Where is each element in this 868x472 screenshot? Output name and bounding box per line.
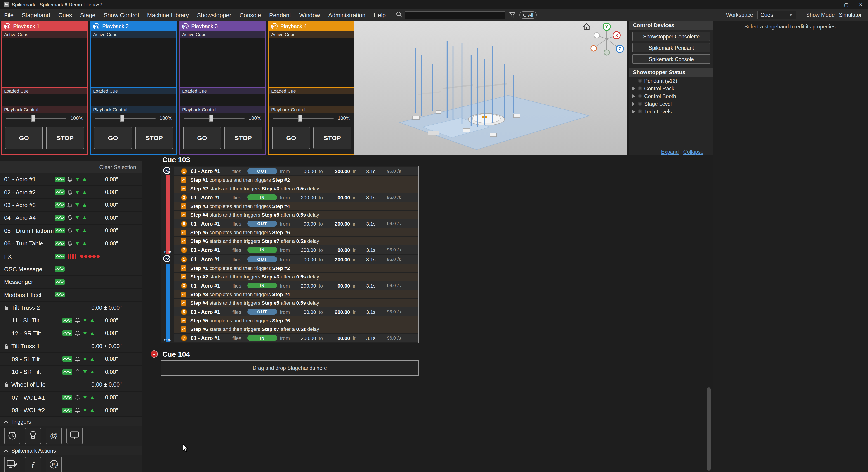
target-up-icon[interactable] [82,242,87,246]
target-down-icon[interactable] [75,203,80,207]
home-view-icon[interactable] [583,24,590,29]
console-action-button[interactable] [4,457,20,472]
cue-title[interactable]: Cue 103 [162,156,190,164]
showstopper-trigger-button[interactable] [25,428,41,444]
cue-step-row[interactable]: 701 - Acro #1fliesINfrom200.00to00.00in3… [174,246,418,254]
target-down-icon[interactable] [83,332,87,336]
bell-icon[interactable] [67,241,72,246]
stagehand-row-modbus-effect[interactable]: Modbus Effect [0,289,143,302]
stop-button[interactable]: STOP [313,127,351,149]
to-value[interactable]: 00.00 [323,195,350,200]
active-cues-list[interactable] [91,37,176,87]
target-down-icon[interactable] [75,242,80,246]
stagehand-row-tilt-truss-1[interactable]: Tilt Truss 10.00 ± 0.00" [0,340,143,353]
speed-slider-thumb[interactable] [31,115,35,121]
menu-help[interactable]: Help [370,9,390,21]
target-down-icon[interactable] [83,396,87,400]
target-down-icon[interactable] [75,177,80,181]
bell-icon[interactable] [75,407,80,413]
stagehand-row-03-acro-3[interactable]: 03 - Acro #30.00" [0,199,143,212]
waveform-icon[interactable] [55,177,65,182]
speed-slider[interactable] [95,117,156,119]
stop-button[interactable]: STOP [46,127,84,149]
cue-step-row[interactable]: 101 - Acro #1fliesOUTfrom00.00to200.00in… [174,167,418,176]
time-value[interactable]: 3.1s [358,168,376,174]
fx-dots-icon[interactable] [80,254,100,259]
waveform-icon[interactable] [62,408,72,413]
machine-trigger-button[interactable] [66,428,83,444]
cue-link-row[interactable]: Step #4 starts and then triggers Step #5… [174,211,418,219]
speed-slider[interactable] [184,117,245,119]
target-up-icon[interactable] [90,357,94,361]
speed-slider[interactable] [6,117,66,119]
from-value[interactable]: 00.00 [290,221,316,226]
target-up-icon[interactable] [90,396,94,400]
search-input[interactable] [405,11,505,19]
loaded-cue-slot[interactable] [269,94,354,106]
loaded-cue-slot[interactable] [91,94,176,106]
from-value[interactable]: 200.00 [290,283,316,288]
spikemark-pendant-button[interactable]: Spikemark Pendant [632,43,710,53]
clear-selection-button[interactable]: Clear Selection [99,164,136,170]
spikemark-console-button[interactable]: Spikemark Console [632,54,710,64]
cue-title[interactable]: Cue 104 [162,350,190,358]
network-trigger-button[interactable]: @ [46,428,62,444]
waveform-icon[interactable] [55,279,65,285]
waveform-icon[interactable] [55,189,65,195]
show-mode-value[interactable]: Simulator [839,12,862,18]
status-item-pendant-12[interactable]: Pendant (#12) [629,77,713,85]
cue-warning-icon[interactable]: ▲ [151,350,158,357]
target-down-icon[interactable] [75,216,80,220]
playback-action-button[interactable]: P2 [46,457,62,472]
from-value[interactable]: 200.00 [290,335,316,341]
stagehand-row-07-wol-1[interactable]: 07 - WOL #10.00" [0,391,143,404]
filter-all-toggle[interactable]: All [520,11,537,19]
stagehand-row-10-sr-tilt[interactable]: 10 - SR Tilt0.00" [0,366,143,379]
cue-link-row[interactable]: Step #3 completes and then triggers Step… [174,202,418,210]
target-up-icon[interactable] [90,332,94,336]
from-value[interactable]: 200.00 [290,247,316,252]
gizmo-neg-z-axis[interactable] [591,46,596,51]
waveform-icon[interactable] [62,369,72,375]
cue-link-row[interactable]: Step #2 starts and then triggers Step #3… [174,185,418,193]
waveform-icon[interactable] [55,254,65,259]
waveform-icon[interactable] [55,228,65,233]
from-value[interactable]: 00.00 [290,309,316,314]
target-down-icon[interactable] [83,370,87,374]
waveform-icon[interactable] [55,202,65,208]
bell-icon[interactable] [67,189,72,195]
playback-header[interactable]: P2 Playback 2 [91,22,176,31]
waveform-icon[interactable] [55,292,65,297]
stagehand-row-wheel-of-life[interactable]: Wheel of Life0.00 ± 0.00" [0,379,143,391]
stagehand-row-fx[interactable]: FX [0,250,143,263]
cue-workspace[interactable]: Cue 103P113.8s101 - Acro #1fliesOUTfrom0… [143,155,713,472]
to-value[interactable]: 200.00 [323,309,350,314]
cue-link-row[interactable]: Step #1 completes and then triggers Step… [174,176,418,184]
menu-stagehand[interactable]: Stagehand [18,9,54,21]
cue-step-row[interactable]: 301 - Acro #1fliesINfrom200.00to00.00in3… [174,193,418,202]
fx-bars-icon[interactable] [67,254,77,259]
from-value[interactable]: 200.00 [290,195,316,200]
waveform-icon[interactable] [62,318,72,323]
bell-icon[interactable] [75,331,80,336]
collapse-all-link[interactable]: Collapse [683,149,704,155]
playback-header[interactable]: P4 Playback 4 [269,22,354,31]
go-button[interactable]: GO [183,127,221,149]
time-value[interactable]: 3.1s [358,247,376,252]
playback-header[interactable]: P1 Playback 1 [2,22,87,31]
target-up-icon[interactable] [82,216,87,220]
target-up-icon[interactable] [90,370,94,374]
waveform-icon[interactable] [55,215,65,221]
menu-pendant[interactable]: Pendant [265,9,295,21]
expand-arrow-icon[interactable] [632,109,636,113]
target-up-icon[interactable] [90,408,94,412]
cue-link-row[interactable]: Step #3 completes and then triggers Step… [174,290,418,298]
cue-link-row[interactable]: Step #6 starts and then triggers Step #7… [174,237,418,245]
time-value[interactable]: 3.1s [358,257,376,262]
menu-showstopper[interactable]: Showstopper [193,9,236,21]
stagehand-row-tilt-truss-2[interactable]: Tilt Truss 20.00 ± 0.00" [0,302,143,314]
filter-icon[interactable] [509,12,515,18]
triggers-section-header[interactable]: Triggers [0,417,143,426]
cue-step-row[interactable]: 501 - Acro #1fliesOUTfrom00.00to200.00in… [174,308,418,316]
time-value[interactable]: 3.1s [358,221,376,226]
